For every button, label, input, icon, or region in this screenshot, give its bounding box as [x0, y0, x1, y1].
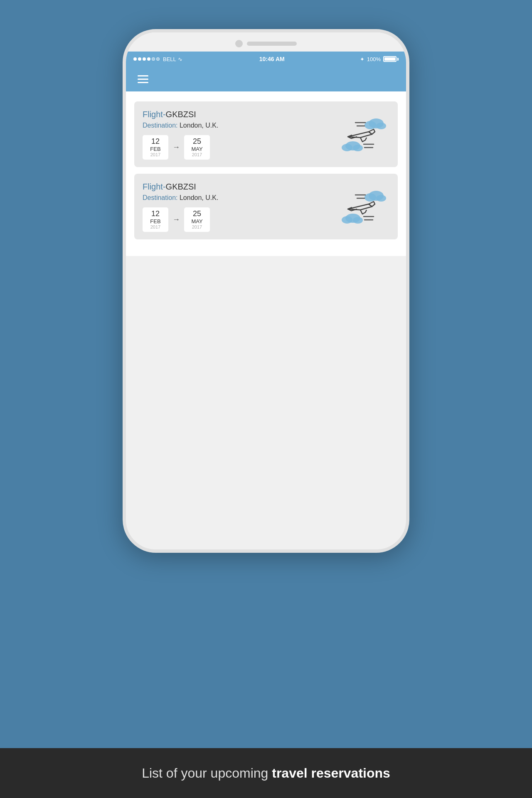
battery-fill [384, 57, 395, 61]
hamburger-line-3 [138, 82, 148, 83]
destination-value-1: London, U.K. [180, 122, 218, 129]
svg-point-1 [365, 121, 376, 129]
signal-dot-2 [138, 57, 141, 61]
to-month-2: MAY [190, 218, 204, 224]
svg-point-2 [376, 123, 386, 129]
from-day-1: 12 [148, 138, 163, 146]
phone-speaker [247, 42, 297, 46]
card-left-2: Flight - GKBZSI Destination: London, U.K… [143, 182, 340, 232]
flight-title-1: Flight - GKBZSI [143, 110, 340, 119]
hamburger-line-1 [138, 75, 148, 76]
flight-dash-1: - [163, 110, 166, 119]
to-day-2: 25 [190, 210, 204, 218]
dates-row-2: 12 FEB 2017 → 25 MAY 2017 [143, 207, 340, 232]
battery-icon [383, 56, 399, 62]
flight-title-2: Flight - GKBZSI [143, 182, 340, 192]
carrier-label: BELL [163, 56, 176, 62]
bluetooth-icon: ✦ [360, 56, 365, 62]
flight-icon-svg-2 [340, 188, 389, 226]
svg-point-7 [353, 145, 363, 151]
destination-label-2: Destination: [143, 194, 178, 201]
flight-code-2: GKBZSI [166, 182, 196, 192]
flight-illustration-1 [340, 116, 389, 153]
to-year-2: 2017 [190, 224, 204, 229]
to-month-1: MAY [190, 146, 204, 152]
flight-label-1: Flight [143, 110, 163, 119]
from-month-2: FEB [148, 218, 163, 224]
from-day-2: 12 [148, 210, 163, 218]
bottom-caption-normal: List of your upcoming [142, 766, 272, 781]
signal-dot-6 [156, 57, 160, 61]
signal-dot-4 [147, 57, 150, 61]
from-date-box-2: 12 FEB 2017 [143, 207, 168, 232]
battery-tip [397, 58, 399, 61]
bottom-caption: List of your upcoming travel reservation… [142, 766, 390, 781]
flight-card-2[interactable]: Flight - GKBZSI Destination: London, U.K… [134, 174, 398, 239]
bottom-bar: List of your upcoming travel reservation… [0, 748, 532, 798]
date-arrow-2: → [172, 215, 180, 224]
to-date-box-1: 25 MAY 2017 [184, 135, 210, 160]
flight-icon-svg-1 [340, 116, 389, 153]
signal-dot-5 [152, 57, 155, 61]
destination-row-1: Destination: London, U.K. [143, 122, 340, 129]
phone-top-bar [126, 32, 406, 52]
status-time: 10:46 AM [259, 56, 285, 62]
svg-point-11 [365, 193, 376, 202]
destination-label-1: Destination: [143, 122, 178, 129]
hamburger-line-2 [138, 79, 148, 80]
from-date-box-1: 12 FEB 2017 [143, 135, 168, 160]
to-date-box-2: 25 MAY 2017 [184, 207, 210, 232]
content-area: Flight - GKBZSI Destination: London, U.K… [126, 91, 406, 256]
battery-percent: 100% [367, 56, 381, 62]
flight-dash-2: - [163, 182, 166, 192]
status-left: BELL ∿ [133, 56, 184, 62]
dates-row-1: 12 FEB 2017 → 25 MAY 2017 [143, 135, 340, 160]
from-month-1: FEB [148, 146, 163, 152]
from-year-1: 2017 [148, 152, 163, 157]
svg-point-12 [376, 195, 386, 202]
signal-dot-3 [143, 57, 146, 61]
signal-dot-1 [133, 57, 137, 61]
card-left-1: Flight - GKBZSI Destination: London, U.K… [143, 110, 340, 160]
battery-bar [383, 56, 397, 62]
destination-row-2: Destination: London, U.K. [143, 194, 340, 202]
svg-point-6 [342, 144, 352, 151]
flight-illustration-2 [340, 188, 389, 226]
bottom-caption-bold: travel reservations [272, 766, 390, 781]
from-year-2: 2017 [148, 224, 163, 229]
phone-shell: BELL ∿ 10:46 AM ✦ 100% [123, 29, 409, 553]
wifi-icon: ∿ [178, 56, 182, 62]
to-year-1: 2017 [190, 152, 204, 157]
nav-bar [126, 66, 406, 91]
phone-camera [235, 40, 243, 47]
hamburger-menu-button[interactable] [134, 72, 152, 86]
signal-dots [133, 57, 160, 61]
flight-card-1[interactable]: Flight - GKBZSI Destination: London, U.K… [134, 101, 398, 167]
status-right: ✦ 100% [360, 56, 399, 62]
destination-value-2: London, U.K. [180, 194, 218, 201]
status-bar: BELL ∿ 10:46 AM ✦ 100% [126, 52, 406, 66]
to-day-1: 25 [190, 138, 204, 146]
date-arrow-1: → [172, 143, 180, 152]
flight-label-2: Flight [143, 182, 163, 192]
svg-point-16 [342, 216, 352, 224]
svg-point-17 [353, 217, 363, 224]
flight-code-1: GKBZSI [166, 110, 196, 119]
